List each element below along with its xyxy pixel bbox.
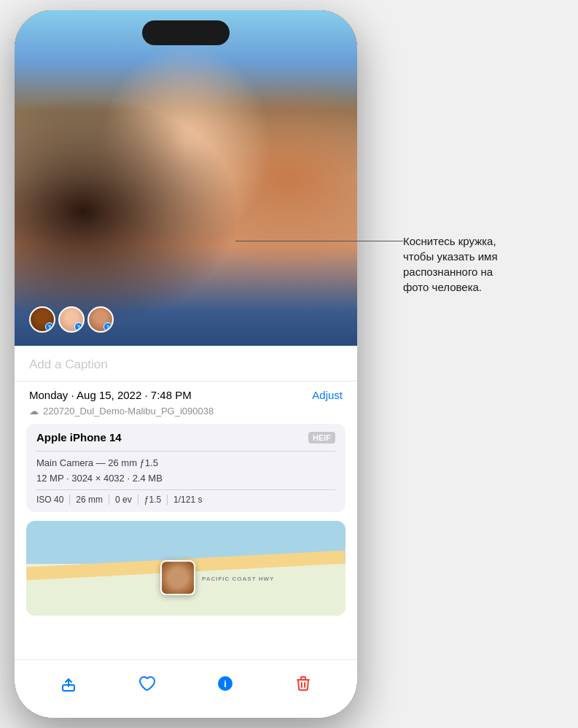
specs-row: ISO 40 26 mm 0 ev ƒ1.5 1/121 s bbox=[26, 490, 345, 512]
spec-iso: ISO 40 bbox=[36, 495, 70, 505]
format-badge: HEIF bbox=[308, 432, 335, 444]
face-circles-container bbox=[29, 306, 114, 333]
cloud-icon: ☁ bbox=[29, 406, 39, 417]
annotation-line bbox=[235, 241, 403, 241]
share-button[interactable] bbox=[54, 669, 83, 698]
bottom-toolbar: i bbox=[15, 659, 357, 718]
phone-screen: Add a Caption Monday · Aug 15, 2022 · 7:… bbox=[15, 10, 357, 718]
svg-text:i: i bbox=[224, 678, 227, 689]
page-wrapper: Add a Caption Monday · Aug 15, 2022 · 7:… bbox=[0, 0, 578, 728]
info-icon: i bbox=[216, 675, 234, 692]
heart-icon bbox=[138, 675, 155, 692]
device-header: Apple iPhone 14 HEIF bbox=[26, 424, 345, 451]
info-button[interactable]: i bbox=[211, 669, 240, 698]
face-circle-2[interactable] bbox=[58, 306, 85, 333]
spec-aperture: ƒ1.5 bbox=[138, 495, 168, 505]
map-photo-thumbnail bbox=[160, 560, 195, 595]
spec-focal: 26 mm bbox=[70, 495, 109, 505]
phone-frame: Add a Caption Monday · Aug 15, 2022 · 7:… bbox=[15, 10, 357, 718]
map-background: PACIFIC COAST HWY bbox=[26, 521, 345, 616]
device-name: Apple iPhone 14 bbox=[36, 431, 122, 444]
dynamic-island bbox=[142, 20, 230, 45]
map-road-label: PACIFIC COAST HWY bbox=[202, 576, 275, 582]
filename-text: 220720_Dul_Demo-Malibu_PG_i090038 bbox=[43, 406, 214, 417]
map-area[interactable]: PACIFIC COAST HWY bbox=[26, 521, 345, 616]
date-row: Monday · Aug 15, 2022 · 7:48 PM Adjust bbox=[15, 382, 357, 404]
photo-area bbox=[15, 10, 357, 346]
spec-shutter: 1/121 s bbox=[168, 495, 208, 505]
annotation-text: Коснитесь кружка,чтобы указать имяраспоз… bbox=[403, 233, 556, 295]
share-icon bbox=[60, 675, 77, 692]
caption-placeholder: Add a Caption bbox=[29, 357, 108, 371]
face-badge-2 bbox=[74, 322, 83, 331]
photo-background bbox=[15, 10, 357, 346]
spec-ev: 0 ev bbox=[109, 495, 138, 505]
camera-info: Main Camera — 26 mm ƒ1.5 bbox=[26, 452, 345, 471]
annotation-callout: Коснитесь кружка,чтобы указать имяраспоз… bbox=[403, 233, 556, 295]
adjust-button[interactable]: Adjust bbox=[312, 389, 343, 401]
trash-icon bbox=[294, 675, 312, 692]
filename-row: ☁ 220720_Dul_Demo-Malibu_PG_i090038 bbox=[15, 404, 357, 424]
face-badge-3 bbox=[104, 322, 112, 331]
favorite-button[interactable] bbox=[132, 669, 161, 698]
face-circle-3[interactable] bbox=[87, 306, 114, 333]
caption-field[interactable]: Add a Caption bbox=[15, 346, 357, 382]
face-badge-1 bbox=[45, 322, 54, 331]
face-circle-1[interactable] bbox=[29, 306, 55, 333]
date-text: Monday · Aug 15, 2022 · 7:48 PM bbox=[29, 389, 192, 401]
delete-button[interactable] bbox=[289, 669, 318, 698]
resolution-info: 12 MP · 3024 × 4032 · 2.4 MB bbox=[26, 471, 345, 489]
device-card: Apple iPhone 14 HEIF Main Camera — 26 mm… bbox=[26, 424, 345, 512]
